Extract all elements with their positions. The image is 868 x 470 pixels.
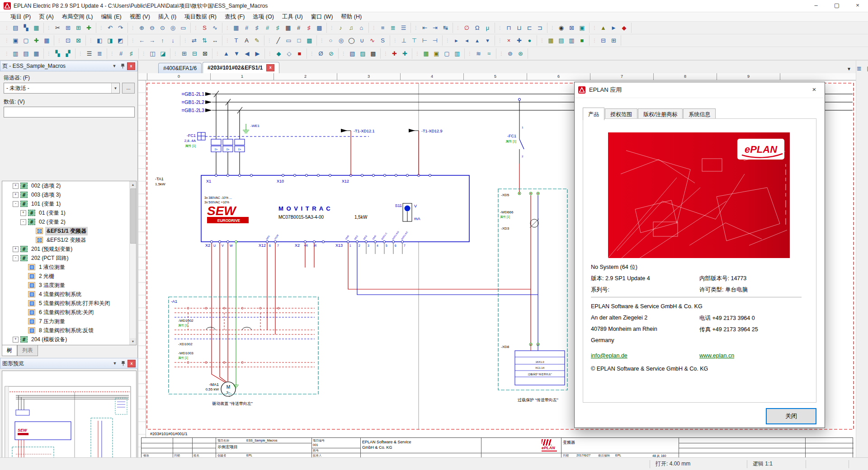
panel-close-icon[interactable]: x [127, 62, 135, 70]
toolbar-icon[interactable]: S [377, 35, 388, 46]
toolbar-icon[interactable]: ▦ [283, 23, 293, 33]
menu-查找[interactable]: 查找 (F) [221, 13, 249, 21]
toolbar-icon[interactable]: ▥ [10, 48, 21, 59]
toolbar-icon[interactable]: # [116, 48, 126, 59]
tree-item[interactable]: 3 温度测量 [2, 281, 136, 290]
dialog-close-icon[interactable]: × [804, 82, 825, 98]
toolbar-icon[interactable]: ⊠ [73, 35, 84, 46]
collapse-icon[interactable]: - [20, 219, 26, 225]
panel-tab-树[interactable]: 树 [2, 345, 17, 356]
toolbar-icon[interactable]: ⇅ [199, 35, 210, 46]
tree-scrollbar[interactable]: ▲▼ [129, 181, 136, 345]
toolbar-icon[interactable]: ⊓ [504, 23, 514, 33]
toolbar-icon[interactable]: ▩ [304, 35, 315, 46]
toolbar-icon[interactable]: ✂ [52, 23, 63, 33]
tree-item[interactable]: 1 液位测量 [2, 263, 136, 272]
tree-item[interactable]: -#101 (变量 1) [2, 199, 136, 208]
toolbar-icon[interactable]: ◯ [346, 35, 357, 46]
toolbar-icon[interactable]: ✚ [514, 35, 524, 46]
panel-close-icon[interactable]: x [127, 360, 136, 367]
dialog-tab-产品[interactable]: 产品 [583, 108, 604, 120]
toolbar-icon[interactable]: ▼ [231, 48, 242, 59]
value-input[interactable] [4, 107, 135, 118]
toolbar-icon[interactable]: ⊡ [63, 35, 73, 46]
toolbar-icon[interactable]: ▲ [221, 48, 231, 59]
toolbar-icon[interactable]: ◂ [462, 35, 472, 46]
maximize-button[interactable]: ▢ [826, 0, 847, 12]
toolbar-icon[interactable]: ▧ [347, 48, 358, 59]
toolbar-icon[interactable]: μ [482, 23, 493, 33]
toolbar-icon[interactable]: A [241, 35, 252, 46]
expand-icon[interactable]: + [13, 192, 19, 198]
dialog-close-button[interactable]: 关闭 [766, 408, 816, 424]
toolbar-icon[interactable]: ▾ [482, 35, 493, 46]
chevron-down-icon[interactable]: ▼ [111, 83, 119, 93]
toolbar-icon[interactable]: ♯ [273, 23, 283, 33]
toolbar-icon[interactable]: ▦ [31, 48, 42, 59]
toolbar-icon[interactable]: □ [294, 35, 304, 46]
toolbar-icon[interactable]: ■ [577, 35, 587, 46]
toolbar-icon[interactable]: ▢ [21, 35, 31, 46]
toolbar-icon[interactable]: Ø [316, 48, 326, 59]
toolbar-icon[interactable]: # [241, 23, 252, 33]
toolbar-icon[interactable]: ▥ [452, 48, 462, 59]
toolbar-icon[interactable]: ▤ [556, 35, 566, 46]
tree-item[interactable]: &EFS1/2 变频器 [2, 235, 136, 244]
toolbar-icon[interactable]: ⊛ [515, 48, 526, 59]
toolbar-icon[interactable]: ◪ [158, 48, 168, 59]
tree-item[interactable]: &EFS1/1 变频器 [2, 226, 136, 235]
toolbar-icon[interactable]: ⊢ [420, 35, 430, 46]
tree-item[interactable]: 4 流量阀控制系统 [2, 290, 136, 299]
tree-item[interactable]: 8 流量阀控制系统:反馈 [2, 326, 136, 335]
toolbar-icon[interactable]: ∿ [210, 23, 220, 33]
menu-项目数据[interactable]: 项目数据 (R) [180, 13, 221, 21]
close-button[interactable]: × [847, 0, 868, 12]
toolbar-icon[interactable]: ► [609, 23, 619, 33]
toolbar-icon[interactable]: ✎ [252, 35, 262, 46]
tree-item[interactable]: +#003 (选项 3) [2, 190, 136, 199]
toolbar-icon[interactable]: ∅ [462, 23, 472, 33]
tree-item[interactable]: +#201 (预规划变量) [2, 244, 136, 254]
toolbar-icon[interactable]: ∪ [357, 35, 367, 46]
toolbar-icon[interactable]: ⊏ [524, 23, 535, 33]
toolbar-icon[interactable]: ✚ [84, 23, 94, 33]
toolbar-icon[interactable]: ≣ [388, 23, 398, 33]
toolbar-icon[interactable]: ⊞ [179, 48, 189, 59]
toolbar-icon[interactable]: ⊟ [189, 48, 200, 59]
toolbar-icon[interactable]: ☰ [84, 48, 94, 59]
toolbar-icon[interactable]: ╱ [273, 35, 283, 46]
toolbar-icon[interactable]: ▦ [864, 63, 868, 74]
expand-icon[interactable]: + [13, 183, 19, 189]
toolbar-icon[interactable]: ▦ [421, 48, 431, 59]
toolbar-icon[interactable]: ◎ [168, 23, 178, 33]
toolbar-icon[interactable]: ▩ [368, 48, 378, 59]
menu-编辑[interactable]: 编辑 (E) [97, 13, 126, 21]
toolbar-icon[interactable]: ⊙ [157, 23, 168, 33]
toolbar-icon[interactable]: ▣ [10, 35, 21, 46]
toolbar-icon[interactable]: # [262, 23, 273, 33]
toolbar-icon[interactable]: ◇ [284, 48, 294, 59]
toolbar-icon[interactable]: ♫ [346, 23, 356, 33]
expand-icon[interactable]: + [13, 246, 19, 252]
toolbar-icon[interactable]: ⊕ [137, 23, 147, 33]
toolbar-icon[interactable]: ≋ [473, 48, 484, 59]
menu-插入[interactable]: 插入 (I) [154, 13, 180, 21]
tree-item[interactable]: +#002 (选项 2) [2, 181, 136, 190]
toolbar-icon[interactable]: ◀ [242, 48, 252, 59]
website-link[interactable]: www.eplan.cn [699, 352, 734, 359]
tree-item[interactable]: +#01 (变量 1) [2, 208, 136, 217]
tree-item[interactable]: 6 流量阀控制系统:关闭 [2, 308, 136, 317]
toolbar-icon[interactable]: × [504, 35, 514, 46]
toolbar-icon[interactable]: ⊞ [73, 23, 84, 33]
dialog-titlebar[interactable]: EPLAN 应用 × [575, 82, 825, 98]
panel-dropdown-icon[interactable]: ▼ [111, 360, 118, 367]
toolbar-icon[interactable]: ▨ [358, 48, 368, 59]
toolbar-icon[interactable]: ▤ [10, 23, 21, 33]
toolbar-icon[interactable]: ⊤ [409, 35, 420, 46]
toolbar-icon[interactable]: # [293, 23, 304, 33]
menu-视图[interactable]: 视图 (V) [126, 13, 154, 21]
menu-选项[interactable]: 选项 (O) [249, 13, 278, 21]
toolbar-icon[interactable]: Ω [472, 23, 482, 33]
toolbar-icon[interactable]: ▸ [451, 35, 462, 46]
menu-项目[interactable]: 项目 (P) [6, 13, 35, 21]
